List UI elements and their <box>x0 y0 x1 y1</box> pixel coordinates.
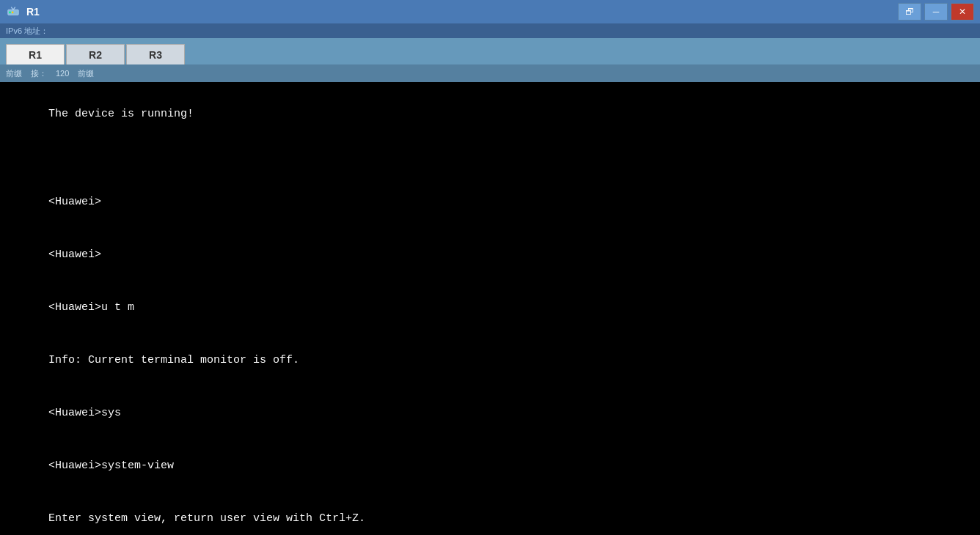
nav-bar: 前缀 接： 120 前缀 <box>0 64 980 82</box>
window-title: R1 <box>26 6 40 18</box>
title-bar-left: R1 <box>6 4 40 19</box>
terminal-line-0: The device is running! <box>48 108 194 120</box>
svg-line-4 <box>13 7 15 10</box>
nav-item-3[interactable]: 前缀 <box>78 68 94 79</box>
router-icon <box>6 4 21 19</box>
terminal[interactable]: The device is running! <Huawei> <Huawei>… <box>0 82 980 535</box>
tab-r1[interactable]: R1 <box>6 44 65 64</box>
tabs-bar: R1 R2 R3 <box>0 38 980 64</box>
svg-point-1 <box>9 12 11 14</box>
nav-item-0[interactable]: 前缀 <box>6 68 22 79</box>
terminal-line-3: <Huawei> <box>48 248 101 261</box>
main-window: R1 🗗 ─ ✕ IPv6 地址： R1 R2 R3 前缀 接： 120 前缀 … <box>0 0 980 535</box>
subtitle-bar: IPv6 地址： <box>0 23 980 38</box>
minimize-button[interactable]: ─ <box>924 3 948 21</box>
terminal-line-7: <Huawei>system-view <box>48 460 174 472</box>
restore-button[interactable]: 🗗 <box>898 3 921 21</box>
subtitle-text: IPv6 地址： <box>6 26 48 37</box>
terminal-content: The device is running! <Huawei> <Huawei>… <box>9 88 971 535</box>
tab-r2[interactable]: R2 <box>66 44 125 64</box>
title-bar: R1 🗗 ─ ✕ <box>0 0 980 23</box>
title-bar-controls: 🗗 ─ ✕ <box>898 3 974 21</box>
tab-r3[interactable]: R3 <box>126 44 185 64</box>
terminal-line-4: <Huawei>u t m <box>48 301 134 314</box>
nav-item-2[interactable]: 120 <box>56 69 69 78</box>
close-button[interactable]: ✕ <box>951 3 974 21</box>
terminal-line-5: Info: Current terminal monitor is off. <box>48 354 299 366</box>
nav-item-1[interactable]: 接： <box>31 68 47 79</box>
terminal-line-8: Enter system view, return user view with… <box>48 512 365 525</box>
svg-point-2 <box>12 12 14 14</box>
terminal-line-2: <Huawei> <box>48 196 101 208</box>
terminal-line-6: <Huawei>sys <box>48 407 121 419</box>
